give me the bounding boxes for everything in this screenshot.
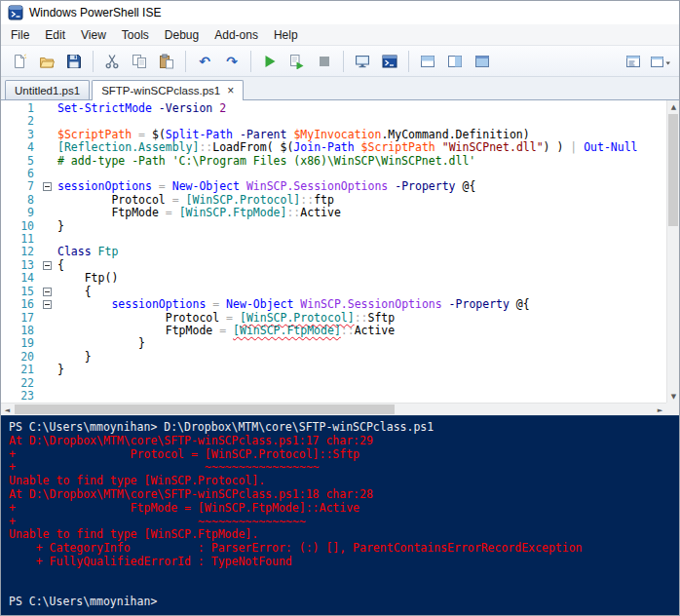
popout-script-pane-button[interactable] (648, 49, 673, 74)
code-line[interactable]: 22 (1, 377, 666, 390)
fold-gutter (38, 102, 57, 115)
console-error-line: At D:\Dropbox\MTM\core\SFTP-winSCPclass.… (9, 488, 679, 502)
show-script-pane-maximized-icon (474, 54, 490, 69)
open-script-button[interactable] (34, 49, 59, 74)
tab-close-icon[interactable]: × (227, 85, 234, 96)
save-script-button[interactable] (61, 49, 87, 74)
code-line[interactable]: 3$ScriptPath = $(Split-Path -Parent $MyI… (1, 129, 666, 141)
code-line[interactable]: 5# add-type -Path 'C:\Program Files (x86… (1, 155, 666, 168)
show-script-pane-right-icon (447, 54, 463, 69)
new-remote-powershell-tab-icon (355, 54, 370, 69)
code-line[interactable]: 12Class Ftp (1, 246, 666, 258)
start-powershell-button[interactable] (377, 49, 402, 74)
menu-help[interactable]: Help (266, 24, 306, 45)
save-script-icon (66, 54, 82, 69)
editor-vertical-scrollbar[interactable]: ▲ ▼ (666, 100, 679, 403)
console-error-line: + ~~~~~~~~~~~~~~~~~ (9, 461, 679, 475)
code-line[interactable]: 20 } (1, 351, 666, 364)
code-text: sessionOptions = New-Object WinSCP.Sessi… (57, 298, 666, 311)
redo-button[interactable]: ↷ (219, 49, 245, 74)
line-number: 1 (1, 102, 38, 115)
code-line[interactable]: 16 sessionOptions = New-Object WinSCP.Se… (1, 298, 666, 311)
fold-collapse-icon[interactable] (43, 300, 52, 309)
line-number: 19 (1, 337, 38, 350)
code-line[interactable]: 15 { (1, 286, 666, 298)
run-script-button[interactable] (257, 49, 283, 74)
code-line[interactable]: 10} (1, 220, 666, 233)
fold-gutter (38, 377, 57, 390)
scroll-up-icon[interactable]: ▲ (667, 100, 679, 113)
fold-gutter (38, 233, 57, 246)
code-text: FtpMode = [WinSCP.FtpMode]::Active (57, 325, 666, 337)
code-line[interactable]: 21} (1, 364, 666, 376)
scroll-right-icon[interactable]: ► (654, 404, 666, 415)
menu-debug[interactable]: Debug (157, 24, 207, 45)
menu-view[interactable]: View (73, 24, 114, 45)
show-script-pane-right-button[interactable] (442, 49, 468, 74)
fold-gutter (38, 168, 57, 180)
code-line[interactable]: 14 Ftp() (1, 272, 666, 285)
code-line[interactable]: 11 (1, 233, 666, 246)
tab-sftp-winscpclass-ps1[interactable]: SFTP-winSCPclass.ps1× (92, 80, 244, 100)
code-text: [Reflection.Assembly]::LoadFrom( $(Join-… (57, 141, 666, 154)
code-line[interactable]: 19 } (1, 337, 666, 350)
menu-edit[interactable]: Edit (37, 24, 73, 45)
powershell-ise-window: Windows PowerShell ISE FileEditViewTools… (0, 0, 680, 616)
code-line[interactable]: 7sessionOptions = New-Object WinSCP.Sess… (1, 180, 666, 193)
console-error-line: At D:\Dropbox\MTM\core\SFTP-winSCPclass.… (9, 435, 679, 448)
line-number: 17 (1, 312, 38, 325)
code-line[interactable]: 17 Protocol = [WinSCP.Protocol]::Sftp (1, 312, 666, 325)
menu-file[interactable]: File (3, 24, 37, 45)
line-number: 6 (1, 168, 38, 180)
code-line[interactable]: 6 (1, 168, 666, 180)
editor-horizontal-scrollbar[interactable]: ◄ ► (1, 403, 666, 415)
line-number: 3 (1, 129, 38, 141)
fold-collapse-icon[interactable] (43, 288, 52, 296)
new-script-icon (12, 54, 27, 69)
code-line[interactable]: 13{ (1, 259, 666, 272)
fold-gutter (38, 325, 57, 337)
scroll-left-icon[interactable]: ◄ (1, 404, 14, 415)
cut-button[interactable] (99, 49, 125, 74)
undo-button[interactable]: ↶ (192, 49, 217, 74)
cut-icon (104, 54, 120, 69)
stop-operation-button[interactable] (312, 49, 337, 74)
line-number: 15 (1, 286, 38, 298)
open-script-icon (39, 54, 55, 69)
show-script-pane-maximized-button[interactable] (470, 49, 495, 74)
new-script-button[interactable] (7, 49, 32, 74)
paste-button[interactable] (154, 49, 179, 74)
code-area[interactable]: 1Set-StrictMode -Version 223$ScriptPath … (1, 102, 666, 403)
code-line[interactable]: 18 FtpMode = [WinSCP.FtpMode]::Active (1, 325, 666, 337)
show-command-window-button[interactable] (621, 49, 646, 74)
console-output-line: PS C:\Users\mmoynihan> (9, 596, 679, 609)
console-pane[interactable]: PS C:\Users\mmoynihan> D:\Dropbox\MTM\co… (1, 415, 679, 615)
title-bar[interactable]: Windows PowerShell ISE (1, 1, 679, 24)
fold-collapse-icon[interactable] (43, 182, 52, 191)
code-line[interactable]: 1Set-StrictMode -Version 2 (1, 102, 666, 115)
scroll-down-icon[interactable]: ▼ (667, 390, 679, 403)
menu-tools[interactable]: Tools (114, 24, 157, 45)
horizontal-scrollbar-thumb[interactable] (15, 404, 395, 414)
copy-button[interactable] (127, 49, 152, 74)
app-icon (8, 5, 23, 20)
fold-gutter (38, 207, 57, 219)
code-line[interactable]: 9 FtpMode = [WinSCP.FtpMode]::Active (1, 207, 666, 219)
fold-collapse-icon[interactable] (43, 261, 52, 270)
vertical-scrollbar-thumb[interactable] (668, 114, 678, 226)
fold-gutter (38, 129, 57, 141)
script-editor-pane[interactable]: 1Set-StrictMode -Version 223$ScriptPath … (1, 100, 679, 415)
code-line[interactable]: 8 Protocol = [WinSCP.Protocol]::ftp (1, 194, 666, 207)
show-script-pane-top-button[interactable] (415, 49, 440, 74)
toolbar-separator (343, 51, 344, 72)
menu-add-ons[interactable]: Add-ons (207, 24, 266, 45)
paste-icon (159, 54, 174, 69)
code-line[interactable]: 23 (1, 390, 666, 403)
tab-untitled1-ps1[interactable]: Untitled1.ps1 (5, 80, 90, 99)
code-line[interactable]: 2 (1, 115, 666, 128)
new-remote-powershell-tab-button[interactable] (350, 49, 375, 74)
code-line[interactable]: 4[Reflection.Assembly]::LoadFrom( $(Join… (1, 141, 666, 154)
run-selection-button[interactable] (284, 49, 310, 74)
line-number: 12 (1, 246, 38, 258)
console-error-line: + FullyQualifiedErrorId : TypeNotFound (9, 556, 679, 569)
